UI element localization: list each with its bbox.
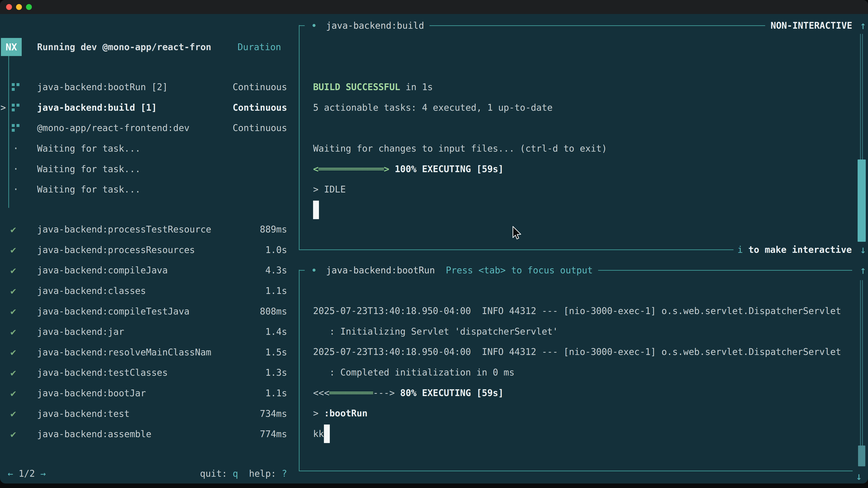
task-duration: 808ms (260, 301, 287, 322)
task-label: java-backend:compileJava (37, 260, 168, 281)
bootrun-panel-scrollbar-thumb[interactable] (858, 446, 865, 466)
task-row[interactable]: ✔ java-backend:testClasses 1.3s (0, 362, 299, 383)
task-spinner-icon (12, 83, 20, 91)
check-icon: ✔ (10, 240, 16, 260)
task-duration: 774ms (260, 424, 287, 445)
pager-left-arrow-icon[interactable]: ← (8, 468, 13, 479)
nx-logo: NX (1, 38, 22, 56)
task-row[interactable]: ✔ java-backend:resolveMainClassNam 1.5s (0, 342, 299, 363)
bottom-rule (299, 250, 734, 250)
idle-status-text: > IDLE (313, 184, 346, 195)
task-duration: 734ms (260, 403, 287, 424)
keyboard-hints: quit: q help: ? (200, 463, 287, 484)
task-row[interactable]: > java-backend:build [1] Continuous (0, 97, 299, 118)
task-row[interactable]: ✔ java-backend:assemble 774ms (0, 424, 299, 445)
build-successful-text: BUILD SUCCESSFUL (313, 82, 400, 92)
header-rule (430, 25, 765, 26)
check-icon: ✔ (10, 403, 16, 424)
log-line: : Completed initialization in 0 ms (313, 367, 515, 378)
pager-value: 1/2 (19, 468, 35, 479)
task-row[interactable]: ✔ java-backend:bootJar 1.1s (0, 383, 299, 403)
progress-pre: <<< (313, 388, 329, 398)
check-icon: ✔ (10, 301, 16, 322)
task-label: java-backend:assemble (37, 424, 151, 445)
log-line: 2025-07-23T13:40:18.950-04:00 INFO 44312… (313, 347, 841, 357)
check-icon: ✔ (10, 322, 16, 342)
bootrun-panel-header[interactable]: • java-backend:bootRun Press <tab> to fo… (299, 260, 866, 281)
task-label: Waiting for task... (37, 138, 141, 159)
task-status: Continuous (232, 118, 287, 138)
check-icon: ✔ (10, 424, 16, 445)
task-label: java-backend:processTestResource (37, 219, 211, 240)
sidebar-footer: ← 1/2 → quit: q help: ? (0, 463, 299, 484)
pending-dot-icon: · (13, 179, 19, 200)
zoom-button[interactable] (26, 4, 32, 10)
task-row[interactable]: ✔ java-backend:classes 1.1s (0, 281, 299, 301)
bootrun-panel-bottom-border (299, 470, 852, 471)
build-time-text: in 1s (400, 82, 433, 92)
waiting-for-changes-text: Waiting for changes to input files... (c… (313, 143, 607, 154)
title-bar (0, 0, 868, 14)
help-key: ? (282, 468, 287, 479)
build-panel-title: java-backend:build (326, 20, 424, 31)
task-label: Waiting for task... (37, 179, 141, 200)
close-button[interactable] (6, 4, 12, 10)
scroll-up-icon[interactable]: ↑ (860, 264, 866, 276)
task-row[interactable]: ✔ java-backend:processResources 1.0s (0, 240, 299, 260)
task-row[interactable]: ✔ java-backend:jar 1.4s (0, 322, 299, 342)
pager-right-arrow-icon[interactable]: → (40, 468, 46, 479)
pending-dot-icon: · (13, 159, 19, 179)
interactive-hint-text: to make interactive (743, 245, 852, 255)
task-label: java-backend:bootRun [2] (37, 77, 168, 97)
quit-key: q (232, 468, 238, 479)
duration-column-header: Duration (238, 37, 287, 57)
task-duration: 1.1s (266, 383, 287, 403)
check-icon: ✔ (10, 383, 16, 403)
task-duration: 1.5s (266, 342, 287, 363)
non-interactive-badge: NON-INTERACTIVE (771, 20, 852, 31)
task-label: java-backend:classes (37, 281, 146, 301)
selected-row-chevron-icon: > (0, 97, 6, 118)
task-row[interactable]: ✔ java-backend:test 734ms (0, 403, 299, 424)
scroll-down-icon[interactable]: ↓ (860, 243, 866, 256)
task-row[interactable]: · Waiting for task... (0, 179, 299, 200)
interactive-hint-key: i (738, 245, 743, 255)
task-row[interactable]: java-backend:bootRun [2] Continuous (0, 77, 299, 97)
task-label: java-backend:compileTestJava (37, 301, 189, 322)
check-icon: ✔ (10, 281, 16, 301)
build-panel-bottom-border: i to make interactive ↓ (299, 239, 866, 260)
typed-input-text[interactable]: kk (313, 429, 324, 439)
bootrun-panel-bottom-output: <<<════════---> 80% EXECUTING [59s] > :b… (313, 383, 855, 444)
mouse-cursor-icon (512, 226, 522, 240)
task-label: java-backend:jar (37, 322, 124, 342)
scroll-down-icon[interactable]: ↓ (856, 466, 862, 484)
build-panel-scrollbar-thumb[interactable] (858, 160, 866, 242)
build-panel-scrollbar-track[interactable] (860, 34, 863, 160)
task-status: Continuous (232, 77, 287, 97)
build-panel-header[interactable]: • java-backend:build NON-INTERACTIVE ↑ (299, 15, 866, 36)
task-row[interactable]: · Waiting for task... (0, 138, 299, 159)
pager-page-indicator (13, 468, 19, 479)
task-row[interactable]: ✔ java-backend:processTestResource 889ms (0, 219, 299, 240)
task-row[interactable]: ✔ java-backend:compileTestJava 808ms (0, 301, 299, 322)
task-duration: 1.3s (266, 362, 287, 383)
terminal-window: NX Running dev @mono-app/react-fron Dura… (0, 0, 868, 484)
task-row[interactable]: · Waiting for task... (0, 159, 299, 179)
border-corner (299, 270, 305, 271)
task-row[interactable]: ✔ java-backend:compileJava 4.3s (0, 260, 299, 281)
scroll-up-icon[interactable]: ↑ (860, 20, 866, 32)
bootrun-panel-scrollbar-track[interactable] (860, 280, 863, 446)
focus-output-hint: Press <tab> to focus output (446, 265, 593, 275)
interactive-hint: i to make interactive (738, 245, 852, 255)
task-duration: 4.3s (266, 260, 287, 281)
screen: NX Running dev @mono-app/react-fron Dura… (0, 0, 868, 488)
task-duration: 1.0s (266, 240, 287, 260)
task-label: java-backend:build [1] (37, 97, 157, 118)
gradle-progress-text: 100% EXECUTING [59s] (389, 164, 504, 174)
task-bullet-icon: • (311, 20, 317, 31)
pending-dot-icon: · (13, 138, 19, 159)
task-label: java-backend:test (37, 403, 129, 424)
minimize-button[interactable] (16, 4, 22, 10)
task-row[interactable]: @mono-app/react-frontend:dev Continuous (0, 118, 299, 138)
sidebar-title: Running dev @mono-app/react-fron (37, 37, 211, 57)
